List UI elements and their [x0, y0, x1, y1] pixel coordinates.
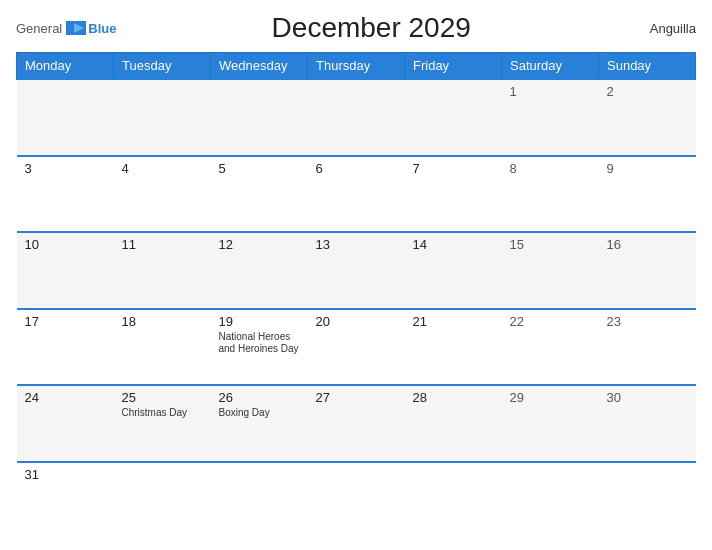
calendar-cell: 19National Heroes and Heroines Day — [211, 309, 308, 386]
day-number: 17 — [25, 314, 106, 329]
calendar-cell — [502, 462, 599, 539]
calendar-cell: 14 — [405, 232, 502, 309]
day-number: 11 — [122, 237, 203, 252]
calendar-cell: 5 — [211, 156, 308, 233]
logo-general-text: General — [16, 21, 62, 36]
calendar-cell: 21 — [405, 309, 502, 386]
day-number: 10 — [25, 237, 106, 252]
calendar-cell: 20 — [308, 309, 405, 386]
calendar-cell — [114, 79, 211, 156]
calendar-cell — [211, 462, 308, 539]
day-number: 7 — [413, 161, 494, 176]
calendar-week-row: 12 — [17, 79, 696, 156]
col-friday: Friday — [405, 53, 502, 80]
calendar-cell — [211, 79, 308, 156]
calendar-cell: 29 — [502, 385, 599, 462]
logo-blue-text: Blue — [88, 21, 116, 36]
calendar-cell: 3 — [17, 156, 114, 233]
month-title: December 2029 — [116, 12, 626, 44]
calendar-cell: 7 — [405, 156, 502, 233]
calendar-cell: 16 — [599, 232, 696, 309]
calendar-cell: 15 — [502, 232, 599, 309]
header: General Blue December 2029 Anguilla — [16, 12, 696, 44]
calendar-cell — [308, 462, 405, 539]
day-number: 20 — [316, 314, 397, 329]
calendar-cell: 6 — [308, 156, 405, 233]
calendar-table: Monday Tuesday Wednesday Thursday Friday… — [16, 52, 696, 538]
holiday-label: National Heroes and Heroines Day — [219, 331, 300, 355]
day-number: 5 — [219, 161, 300, 176]
day-number: 27 — [316, 390, 397, 405]
calendar-week-row: 10111213141516 — [17, 232, 696, 309]
calendar-cell: 10 — [17, 232, 114, 309]
calendar-cell: 9 — [599, 156, 696, 233]
calendar-cell: 8 — [502, 156, 599, 233]
holiday-label: Christmas Day — [122, 407, 203, 419]
day-number: 1 — [510, 84, 591, 99]
day-number: 8 — [510, 161, 591, 176]
day-number: 15 — [510, 237, 591, 252]
calendar-week-row: 171819National Heroes and Heroines Day20… — [17, 309, 696, 386]
day-number: 4 — [122, 161, 203, 176]
calendar-cell: 25Christmas Day — [114, 385, 211, 462]
calendar-cell: 13 — [308, 232, 405, 309]
calendar-week-row: 2425Christmas Day26Boxing Day27282930 — [17, 385, 696, 462]
calendar-cell: 23 — [599, 309, 696, 386]
day-number: 30 — [607, 390, 688, 405]
day-number: 29 — [510, 390, 591, 405]
day-number: 22 — [510, 314, 591, 329]
calendar-cell — [599, 462, 696, 539]
calendar-cell: 24 — [17, 385, 114, 462]
calendar-cell: 18 — [114, 309, 211, 386]
calendar-cell: 31 — [17, 462, 114, 539]
logo: General Blue — [16, 21, 116, 36]
calendar-header-row: Monday Tuesday Wednesday Thursday Friday… — [17, 53, 696, 80]
day-number: 3 — [25, 161, 106, 176]
day-number: 26 — [219, 390, 300, 405]
country-label: Anguilla — [626, 21, 696, 36]
calendar-cell — [17, 79, 114, 156]
day-number: 14 — [413, 237, 494, 252]
day-number: 19 — [219, 314, 300, 329]
calendar-cell — [308, 79, 405, 156]
calendar-cell: 1 — [502, 79, 599, 156]
day-number: 9 — [607, 161, 688, 176]
calendar-cell: 30 — [599, 385, 696, 462]
holiday-label: Boxing Day — [219, 407, 300, 419]
calendar-cell: 26Boxing Day — [211, 385, 308, 462]
day-number: 13 — [316, 237, 397, 252]
day-number: 21 — [413, 314, 494, 329]
day-number: 28 — [413, 390, 494, 405]
day-number: 25 — [122, 390, 203, 405]
day-number: 16 — [607, 237, 688, 252]
calendar-cell — [405, 462, 502, 539]
day-number: 31 — [25, 467, 106, 482]
col-monday: Monday — [17, 53, 114, 80]
calendar-cell: 27 — [308, 385, 405, 462]
day-number: 2 — [607, 84, 688, 99]
calendar-cell: 17 — [17, 309, 114, 386]
calendar-cell: 2 — [599, 79, 696, 156]
day-number: 23 — [607, 314, 688, 329]
calendar-week-row: 3456789 — [17, 156, 696, 233]
calendar-cell: 12 — [211, 232, 308, 309]
col-sunday: Sunday — [599, 53, 696, 80]
calendar-page: General Blue December 2029 Anguilla Mond… — [0, 0, 712, 550]
calendar-cell — [114, 462, 211, 539]
col-tuesday: Tuesday — [114, 53, 211, 80]
calendar-cell — [405, 79, 502, 156]
col-saturday: Saturday — [502, 53, 599, 80]
day-number: 24 — [25, 390, 106, 405]
day-number: 18 — [122, 314, 203, 329]
calendar-week-row: 31 — [17, 462, 696, 539]
day-number: 12 — [219, 237, 300, 252]
calendar-cell: 4 — [114, 156, 211, 233]
day-number: 6 — [316, 161, 397, 176]
calendar-cell: 22 — [502, 309, 599, 386]
calendar-cell: 28 — [405, 385, 502, 462]
logo-flag-icon — [66, 21, 86, 35]
calendar-cell: 11 — [114, 232, 211, 309]
col-thursday: Thursday — [308, 53, 405, 80]
col-wednesday: Wednesday — [211, 53, 308, 80]
